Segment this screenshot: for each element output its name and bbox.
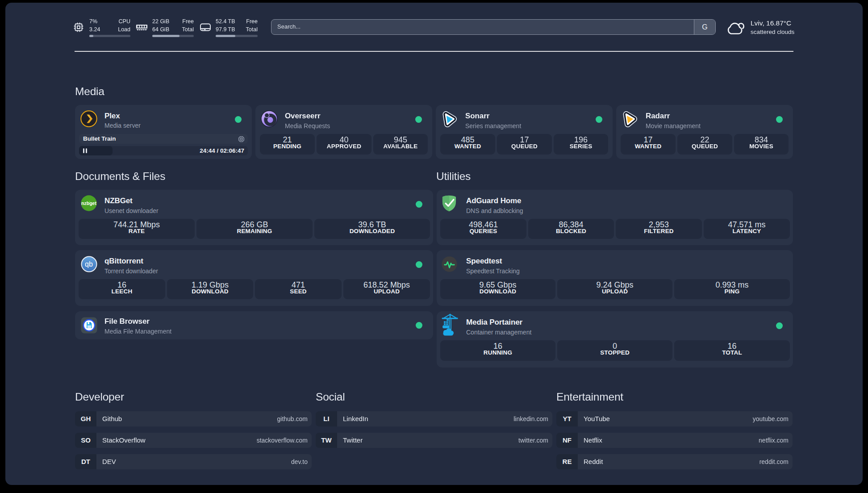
svg-text:nzbget: nzbget <box>81 201 96 206</box>
svg-text:qb: qb <box>85 260 93 268</box>
